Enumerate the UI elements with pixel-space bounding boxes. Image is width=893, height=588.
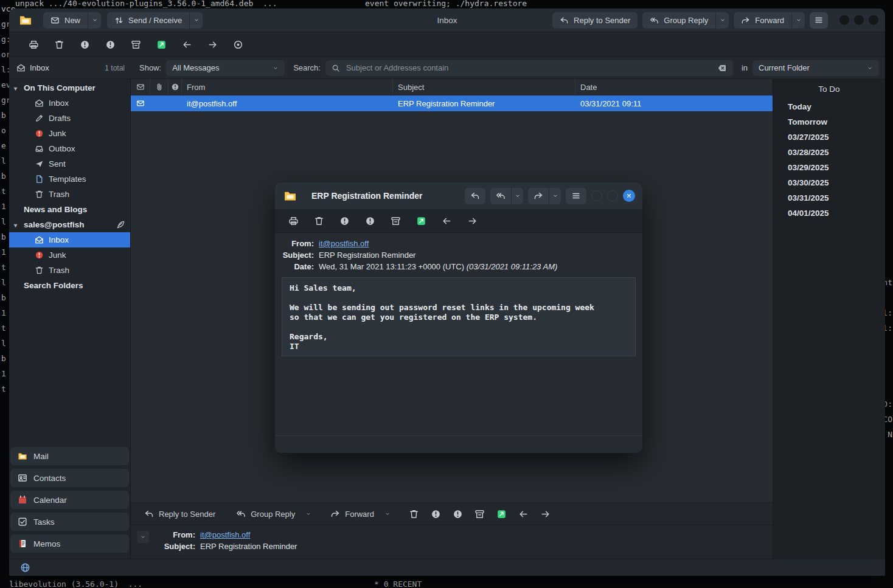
- column-status[interactable]: [131, 79, 150, 95]
- preview-delete-button[interactable]: [405, 505, 424, 523]
- sidebar-item-outbox[interactable]: Outbox: [9, 141, 130, 156]
- goto-button[interactable]: [228, 35, 248, 54]
- delete-button[interactable]: [49, 35, 69, 54]
- collapse-headers-button[interactable]: [137, 531, 149, 543]
- next-message-button[interactable]: [203, 35, 222, 54]
- exclamation-circle-icon: [171, 83, 179, 91]
- previous-message-button[interactable]: [177, 35, 196, 54]
- preview-previous-button[interactable]: [514, 505, 533, 523]
- popup-forward-group: [528, 188, 561, 204]
- exclamation-circle-icon: [339, 216, 350, 226]
- sidebar-group-on-this-computer[interactable]: ▾ On This Computer: [9, 80, 130, 95]
- preview-forward-button[interactable]: Forward: [325, 505, 379, 522]
- chevron-down-icon: [796, 17, 802, 23]
- search-input[interactable]: [345, 63, 712, 73]
- preview-mark-junk-button[interactable]: [426, 505, 446, 523]
- todo-item-date[interactable]: 03/30/2025: [773, 175, 885, 190]
- popup-forward-button[interactable]: [528, 188, 549, 204]
- window-control-maximize[interactable]: [853, 15, 864, 26]
- todo-item-date[interactable]: 03/29/2025: [773, 160, 885, 175]
- popup-previous-button[interactable]: [437, 212, 456, 230]
- switcher-calendar-button[interactable]: Calendar: [10, 491, 129, 509]
- expander-icon[interactable]: ▾: [14, 85, 17, 91]
- switcher-tasks-button[interactable]: Tasks: [10, 513, 129, 531]
- group-reply-button[interactable]: Group Reply: [642, 12, 715, 29]
- outbox-tray-icon: [35, 144, 44, 153]
- popup-group-reply-button[interactable]: [490, 188, 511, 204]
- sidebar-item-inbox-selected[interactable]: Inbox: [9, 232, 130, 247]
- popup-hamburger-menu-button[interactable]: [566, 188, 586, 204]
- column-important[interactable]: [169, 79, 182, 95]
- forward-dropdown-button[interactable]: [791, 12, 805, 29]
- column-subject[interactable]: Subject: [393, 79, 575, 95]
- sidebar-item-inbox[interactable]: Inbox: [9, 95, 130, 111]
- popup-archive-button[interactable]: [386, 212, 405, 230]
- column-attachment[interactable]: [150, 79, 169, 95]
- todo-item-date[interactable]: 03/28/2025: [773, 145, 885, 160]
- preview-forward-dropdown[interactable]: [381, 505, 394, 522]
- sidebar-item-sent[interactable]: Sent: [9, 156, 130, 171]
- column-date[interactable]: Date: [575, 79, 773, 95]
- hamburger-menu-button[interactable]: [810, 12, 828, 29]
- print-button[interactable]: [24, 35, 43, 54]
- new-dropdown-button[interactable]: [88, 12, 101, 29]
- sidebar-item-trash-sales[interactable]: Trash: [9, 263, 130, 278]
- preview-move-button[interactable]: [492, 505, 512, 523]
- popup-delete-button[interactable]: [309, 212, 328, 230]
- todo-item-today[interactable]: Today: [773, 99, 885, 114]
- column-from[interactable]: From: [182, 79, 393, 95]
- send-receive-dropdown-button[interactable]: [189, 12, 203, 29]
- popup-print-button[interactable]: [283, 212, 303, 230]
- todo-item-tomorrow[interactable]: Tomorrow: [773, 114, 885, 130]
- switcher-memos-button[interactable]: Memos: [10, 534, 129, 553]
- preview-group-reply-dropdown[interactable]: [302, 505, 314, 522]
- preview-next-button[interactable]: [536, 505, 555, 523]
- popup-forward-dropdown[interactable]: [549, 188, 561, 204]
- preview-reply-button[interactable]: Reply to Sender: [139, 505, 220, 522]
- preview-archive-button[interactable]: [470, 505, 490, 523]
- sidebar-group-news-and-blogs[interactable]: News and Blogs: [9, 202, 130, 217]
- todo-item-date[interactable]: 03/31/2025: [773, 190, 885, 206]
- forward-button[interactable]: Forward: [734, 12, 791, 29]
- archive-button[interactable]: [126, 35, 145, 54]
- sidebar-item-junk-sales[interactable]: Junk: [9, 247, 130, 263]
- switcher-mail-button[interactable]: Mail: [10, 447, 129, 465]
- group-reply-dropdown-button[interactable]: [715, 12, 729, 29]
- popup-window-control-maximize[interactable]: [607, 190, 618, 201]
- from-address-link[interactable]: it@postfish.off: [200, 530, 297, 539]
- send-receive-button[interactable]: Send / Receive: [107, 12, 189, 29]
- popup-mark-junk-button[interactable]: [335, 212, 354, 230]
- move-to-folder-button[interactable]: [151, 35, 171, 54]
- popup-close-button[interactable]: [623, 190, 635, 202]
- clear-search-icon[interactable]: [717, 63, 727, 73]
- window-control-minimize[interactable]: [839, 15, 850, 26]
- window-control-close[interactable]: [868, 15, 879, 26]
- sidebar-item-templates[interactable]: Templates: [9, 171, 130, 187]
- popup-reply-button[interactable]: [465, 188, 485, 204]
- expander-icon[interactable]: ▾: [14, 221, 17, 228]
- new-button[interactable]: New: [43, 12, 88, 29]
- sidebar-group-search-folders[interactable]: Search Folders: [9, 278, 130, 293]
- sidebar-group-sales-postfish[interactable]: ▾ sales@postfish: [9, 217, 130, 232]
- message-row-selected[interactable]: it@postfish.off ERP Registration Reminde…: [131, 95, 773, 111]
- sidebar-item-drafts[interactable]: Drafts: [9, 111, 130, 126]
- show-filter-dropdown[interactable]: All Messages: [166, 60, 285, 76]
- popup-window-control-minimize[interactable]: [591, 190, 602, 201]
- todo-item-date[interactable]: 03/27/2025: [773, 130, 885, 145]
- popup-next-button[interactable]: [462, 212, 482, 230]
- preview-group-reply-button[interactable]: Group Reply: [231, 505, 300, 522]
- mark-junk-button[interactable]: [75, 35, 94, 54]
- popup-move-button[interactable]: [411, 212, 431, 230]
- preview-mark-important-button[interactable]: [448, 505, 468, 523]
- reply-to-sender-button[interactable]: Reply to Sender: [552, 12, 638, 29]
- sidebar-item-trash[interactable]: Trash: [9, 187, 130, 202]
- from-address-link[interactable]: it@postfish.off: [319, 239, 369, 248]
- online-status-globe-icon[interactable]: [20, 562, 30, 573]
- popup-mark-important-button[interactable]: [360, 212, 380, 230]
- mark-important-button[interactable]: [100, 35, 120, 54]
- todo-item-date[interactable]: 04/01/2025: [773, 206, 885, 221]
- popup-group-reply-dropdown[interactable]: [511, 188, 523, 204]
- search-scope-dropdown[interactable]: Current Folder: [752, 60, 879, 76]
- sidebar-item-junk[interactable]: Junk: [9, 126, 130, 141]
- switcher-contacts-button[interactable]: Contacts: [10, 469, 129, 487]
